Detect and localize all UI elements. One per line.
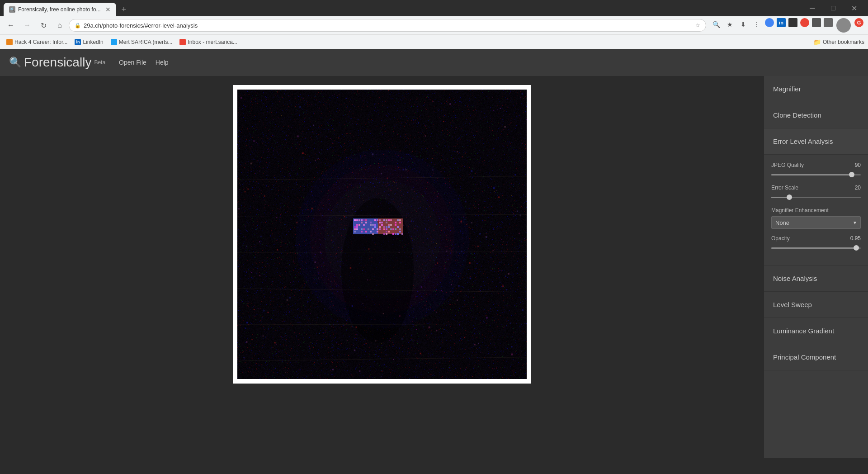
download-icon-button[interactable]: ⬇ — [737, 18, 750, 31]
back-button[interactable]: ← — [4, 18, 18, 33]
bookmarks-bar: Hack 4 Career: Infor... in LinkedIn Mert… — [0, 34, 868, 49]
magnifier-enhancement-control: Magnifier Enhancement None Contrast Equa… — [771, 207, 861, 229]
error-scale-value: 20 — [855, 185, 861, 191]
home-button[interactable]: ⌂ — [52, 18, 67, 33]
ela-controls: JPEG Quality 90 Error Scale — [764, 155, 868, 265]
forward-button[interactable]: → — [20, 18, 34, 33]
open-file-menu[interactable]: Open File — [119, 59, 146, 66]
minimize-button[interactable]: ─ — [802, 0, 823, 16]
app-nav: Open File Help — [119, 59, 169, 66]
twitter-bk-icon — [111, 39, 117, 45]
gmail-bk-icon — [179, 39, 186, 45]
sidebar-item-clone-detection[interactable]: Clone Detection — [764, 102, 868, 128]
jpeg-quality-slider[interactable] — [771, 171, 861, 178]
error-scale-label: Error Scale — [771, 185, 798, 191]
tab-bar: 🔍 Forensically, free online photo fo... … — [0, 0, 868, 16]
sidebar: Magnifier Clone Detection Error Level An… — [764, 76, 868, 458]
sidebar-item-principal[interactable]: Principal Component — [764, 344, 868, 370]
opacity-slider[interactable] — [771, 244, 861, 251]
address-text: 29a.ch/photo-forensics/#error-level-anal… — [84, 22, 693, 29]
close-button[interactable]: ✕ — [844, 0, 864, 16]
forensic-canvas — [237, 90, 527, 379]
logo-beta: Beta — [94, 59, 105, 66]
jpeg-quality-value: 90 — [855, 162, 861, 168]
logo-search-icon: 🔍 — [9, 57, 21, 68]
tab-favicon: 🔍 — [9, 6, 15, 13]
sidebar-item-level-sweep[interactable]: Level Sweep — [764, 292, 868, 318]
app-logo: 🔍 Forensically Beta — [9, 55, 105, 70]
lock-icon: 🔒 — [75, 23, 81, 28]
refresh-button[interactable]: ↻ — [36, 18, 51, 33]
error-scale-slider[interactable] — [771, 194, 861, 201]
sidebar-item-magnifier[interactable]: Magnifier — [764, 76, 868, 102]
linkedin-ext-icon[interactable]: in — [777, 18, 786, 27]
opacity-label: Opacity — [771, 235, 790, 242]
bookmark-gmail[interactable]: Inbox - mert.sarica... — [177, 38, 240, 46]
logo-text: Forensically — [24, 55, 91, 70]
sidebar-item-noise[interactable]: Noise Analysis — [764, 265, 868, 292]
linkedin-bk-icon: in — [75, 39, 81, 45]
main-canvas — [0, 76, 764, 458]
sidebar-item-ela[interactable]: Error Level Analysis — [764, 128, 868, 155]
bookmark-twitter[interactable]: Mert SARICA (merts... — [108, 38, 175, 46]
bookmark-hack4career[interactable]: Hack 4 Career: Infor... — [4, 38, 70, 46]
error-scale-control: Error Scale 20 — [771, 185, 861, 201]
search-icon-button[interactable]: 🔍 — [710, 18, 722, 31]
jpeg-quality-control: JPEG Quality 90 — [771, 162, 861, 178]
add-tab-button[interactable]: + — [118, 5, 130, 14]
user-avatar[interactable] — [836, 18, 851, 33]
chrome-icon — [765, 18, 774, 27]
help-menu[interactable]: Help — [156, 59, 169, 66]
magnifier-enhancement-label: Magnifier Enhancement — [771, 207, 829, 213]
folder-icon: 📁 — [813, 38, 821, 46]
ext-icon-4[interactable] — [824, 18, 833, 27]
bookmark-star[interactable]: ☆ — [695, 22, 700, 28]
address-bar[interactable]: 🔒 29a.ch/photo-forensics/#error-level-an… — [69, 19, 706, 32]
nav-right-icons: 🔍 ★ ⬇ ⋮ in G — [710, 18, 864, 33]
magnifier-enhancement-select[interactable]: None Contrast Equalize — [771, 216, 861, 229]
google-icon[interactable]: G — [854, 18, 863, 27]
image-wrapper — [233, 85, 531, 384]
ext-icon-2[interactable] — [800, 18, 809, 27]
tab-title: Forensically, free online photo fo... — [18, 6, 101, 13]
jpeg-quality-label: JPEG Quality — [771, 162, 804, 168]
maximize-button[interactable]: □ — [823, 0, 844, 16]
opacity-value: 0.95 — [850, 235, 861, 242]
opacity-control: Opacity 0.95 — [771, 235, 861, 251]
other-bookmarks[interactable]: 📁 Other bookmarks — [813, 38, 864, 46]
sidebar-item-luminance[interactable]: Luminance Gradient — [764, 318, 868, 344]
app-header: 🔍 Forensically Beta Open File Help — [0, 49, 868, 76]
hack4career-icon — [6, 39, 13, 45]
ext-icon-3[interactable] — [812, 18, 821, 27]
tab-close-button[interactable]: ✕ — [105, 6, 111, 13]
settings-icon-button[interactable]: ⋮ — [750, 18, 763, 31]
nav-bar: ← → ↻ ⌂ 🔒 29a.ch/photo-forensics/#error-… — [0, 16, 868, 34]
active-tab[interactable]: 🔍 Forensically, free online photo fo... … — [4, 3, 116, 16]
magnifier-enhancement-select-container: None Contrast Equalize ▼ — [771, 216, 861, 229]
star-icon-button[interactable]: ★ — [723, 18, 736, 31]
ext-icon-1[interactable] — [788, 18, 797, 27]
bookmark-linkedin[interactable]: in LinkedIn — [72, 38, 106, 46]
